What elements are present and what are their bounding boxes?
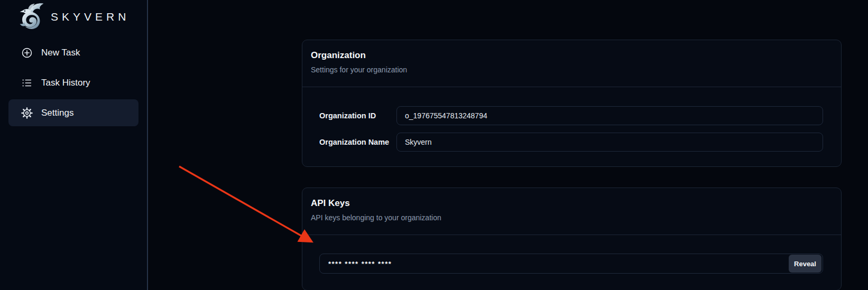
sidebar-item-label: Task History xyxy=(41,78,90,88)
sidebar-item-label: New Task xyxy=(41,48,80,58)
api-key-masked-value: **** **** **** **** xyxy=(328,260,789,268)
organization-name-input[interactable] xyxy=(396,133,823,152)
sidebar-item-new-task[interactable]: New Task xyxy=(8,39,138,66)
organization-id-label: Organization ID xyxy=(319,111,392,120)
organization-name-label: Organization Name xyxy=(319,138,392,146)
reveal-button[interactable]: Reveal xyxy=(789,255,821,273)
brand-name: SKYVERN xyxy=(51,11,130,23)
plus-circle-icon xyxy=(21,47,33,59)
sidebar-item-label: Settings xyxy=(41,108,73,118)
list-icon xyxy=(21,77,33,89)
organization-card-subtitle: Settings for your organization xyxy=(311,66,833,74)
organization-name-row: Organization Name xyxy=(319,133,823,152)
dragon-logo-icon xyxy=(16,1,48,33)
organization-id-row: Organization ID xyxy=(319,106,823,125)
main-content: Organization Settings for your organizat… xyxy=(148,0,868,290)
api-keys-card-subtitle: API keys belonging to your organization xyxy=(311,213,833,222)
organization-id-input[interactable] xyxy=(396,106,823,125)
organization-card-content: Organization ID Organization Name xyxy=(302,87,841,166)
organization-card-header: Organization Settings for your organizat… xyxy=(302,40,841,87)
sidebar-item-task-history[interactable]: Task History xyxy=(8,69,138,96)
api-keys-card-content: **** **** **** **** Reveal xyxy=(302,235,841,290)
api-key-field[interactable]: **** **** **** **** Reveal xyxy=(319,254,823,274)
sidebar-item-settings[interactable]: Settings xyxy=(8,99,138,126)
sidebar: SKYVERN New Task xyxy=(0,0,148,290)
api-keys-card-title: API Keys xyxy=(311,198,833,209)
sidebar-nav: New Task Task History xyxy=(0,39,147,126)
gear-icon xyxy=(21,107,33,119)
api-keys-card-header: API Keys API keys belonging to your orga… xyxy=(302,188,841,235)
brand-logo[interactable]: SKYVERN xyxy=(0,0,147,32)
api-keys-card: API Keys API keys belonging to your orga… xyxy=(302,188,842,290)
organization-card: Organization Settings for your organizat… xyxy=(302,40,842,167)
organization-card-title: Organization xyxy=(311,50,833,61)
